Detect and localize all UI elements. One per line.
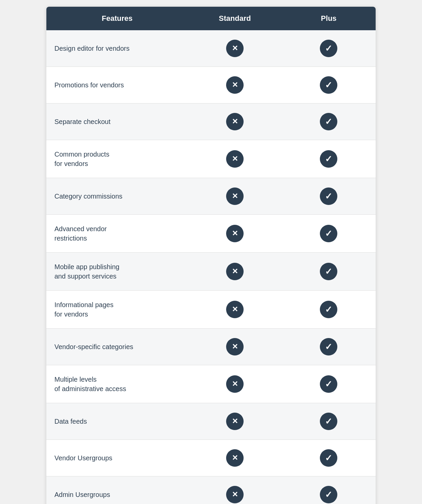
feature-label: Admin Usergroups [46, 476, 188, 504]
plus-cell [282, 476, 376, 504]
table-row: Separate checkout [46, 103, 376, 140]
check-icon [320, 338, 337, 355]
check-icon [320, 263, 337, 280]
feature-label: Promotions for vendors [46, 67, 188, 103]
feature-label: Multiple levels of administrative access [46, 365, 188, 403]
check-icon [320, 375, 337, 393]
standard-cell [188, 30, 282, 67]
plus-cell [282, 403, 376, 440]
standard-cell [188, 329, 282, 365]
plus-cell [282, 215, 376, 253]
table-row: Informational pages for vendors [46, 291, 376, 329]
feature-label: Separate checkout [46, 103, 188, 140]
feature-label: Vendor Usergroups [46, 440, 188, 476]
plus-cell [282, 329, 376, 365]
cross-icon [226, 301, 244, 318]
cross-icon [226, 338, 244, 355]
plus-cell [282, 30, 376, 67]
cross-icon [226, 187, 244, 205]
features-header: Features [46, 7, 188, 30]
table-row: Common products for vendors [46, 140, 376, 178]
standard-cell [188, 103, 282, 140]
check-icon [320, 187, 337, 205]
feature-label: Advanced vendor restrictions [46, 215, 188, 253]
check-icon [320, 449, 337, 467]
cross-icon [226, 263, 244, 280]
standard-cell [188, 178, 282, 215]
table-row: Data feeds [46, 403, 376, 440]
feature-label: Mobile app publishing and support servic… [46, 253, 188, 291]
cross-icon [226, 413, 244, 430]
table-row: Multiple levels of administrative access [46, 365, 376, 403]
table-row: Admin Usergroups [46, 476, 376, 504]
check-icon [320, 225, 337, 242]
comparison-table: Features Standard Plus Design editor for… [46, 7, 376, 504]
cross-icon [226, 486, 244, 503]
standard-header: Standard [188, 7, 282, 30]
cross-icon [226, 40, 244, 57]
standard-cell [188, 440, 282, 476]
standard-cell [188, 253, 282, 291]
standard-cell [188, 476, 282, 504]
standard-cell [188, 215, 282, 253]
check-icon [320, 76, 337, 94]
feature-label: Design editor for vendors [46, 30, 188, 67]
standard-cell [188, 67, 282, 103]
table-row: Category commissions [46, 178, 376, 215]
table-row: Design editor for vendors [46, 30, 376, 67]
table-row: Mobile app publishing and support servic… [46, 253, 376, 291]
feature-label: Common products for vendors [46, 140, 188, 178]
plus-cell [282, 365, 376, 403]
plus-cell [282, 291, 376, 329]
plus-cell [282, 140, 376, 178]
table-row: Advanced vendor restrictions [46, 215, 376, 253]
check-icon [320, 413, 337, 430]
plus-header: Plus [282, 7, 376, 30]
standard-cell [188, 140, 282, 178]
feature-label: Informational pages for vendors [46, 291, 188, 329]
check-icon [320, 40, 337, 57]
check-icon [320, 113, 337, 130]
cross-icon [226, 375, 244, 393]
feature-label: Vendor-specific categories [46, 329, 188, 365]
plus-cell [282, 67, 376, 103]
cross-icon [226, 76, 244, 94]
plus-cell [282, 253, 376, 291]
feature-label: Data feeds [46, 403, 188, 440]
table-row: Vendor-specific categories [46, 329, 376, 365]
check-icon [320, 150, 337, 168]
plus-cell [282, 178, 376, 215]
feature-label: Category commissions [46, 178, 188, 215]
cross-icon [226, 449, 244, 467]
check-icon [320, 301, 337, 318]
standard-cell [188, 291, 282, 329]
plus-cell [282, 440, 376, 476]
cross-icon [226, 150, 244, 168]
plus-cell [282, 103, 376, 140]
cross-icon [226, 225, 244, 242]
standard-cell [188, 403, 282, 440]
table-row: Promotions for vendors [46, 67, 376, 103]
cross-icon [226, 113, 244, 130]
table-row: Vendor Usergroups [46, 440, 376, 476]
standard-cell [188, 365, 282, 403]
check-icon [320, 486, 337, 503]
